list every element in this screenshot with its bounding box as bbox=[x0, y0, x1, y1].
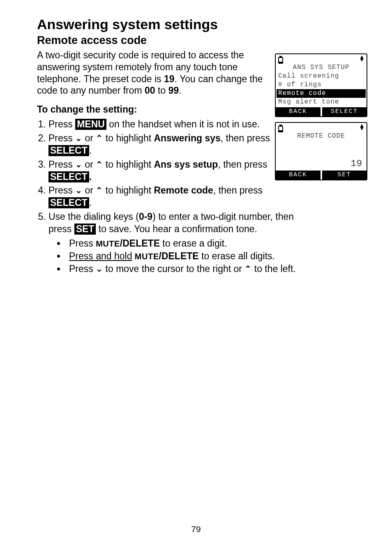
step-4: Press ⌄ or ⌃ to highlight Remote code, t… bbox=[48, 185, 303, 209]
select-button-label: SELECT bbox=[48, 145, 89, 156]
lcd-title: REMOTE CODE bbox=[277, 132, 365, 141]
softkey-set: SET bbox=[321, 171, 367, 180]
softkey-select: SELECT bbox=[321, 107, 367, 116]
up-down-arrow-icon: ▲▼ bbox=[360, 56, 364, 62]
min-code: 00 bbox=[145, 85, 155, 96]
answering-sys-label: Answering sys bbox=[154, 133, 220, 143]
lcd-screen-remote-code: ▲▼ REMOTE CODE 19 BACK SET bbox=[275, 122, 367, 180]
mute-label: MUTE bbox=[96, 239, 120, 248]
step-3: Press ⌄ or ⌃ to highlight Ans sys setup,… bbox=[48, 159, 303, 183]
page-number: 79 bbox=[0, 524, 392, 534]
remote-code-label: Remote code bbox=[154, 185, 213, 196]
lcd-line-msg-alert: Msg alert tone bbox=[277, 98, 365, 106]
lcd-line-num-rings: # of rings bbox=[277, 81, 365, 89]
select-button-label: SELECT bbox=[48, 171, 89, 182]
substeps-list: Press MUTE/DELETE to erase a digit. Pres… bbox=[48, 237, 303, 275]
intro-paragraph: A two-digit security code is required to… bbox=[37, 49, 267, 97]
press-and-hold: Press and hold bbox=[69, 251, 132, 261]
lcd-screen-ans-sys-setup: ▲▼ ANS SYS SETUP Call screening # of rin… bbox=[275, 53, 367, 117]
up-down-arrow-icon: ▲▼ bbox=[360, 125, 364, 130]
step-1: Press MENU on the handset when it is not… bbox=[48, 118, 303, 131]
lcd-value-19: 19 bbox=[277, 157, 365, 170]
set-button-label: SET bbox=[74, 224, 96, 235]
substep-2: Press and hold MUTE/DELETE to erase all … bbox=[66, 250, 303, 263]
battery-icon bbox=[278, 56, 284, 64]
mute-label: MUTE bbox=[135, 252, 159, 261]
lcd-title: ANS SYS SETUP bbox=[277, 63, 365, 72]
battery-icon bbox=[278, 125, 284, 133]
key-range: 0-9 bbox=[139, 211, 152, 222]
substep-3: Press ⌄ to move the cursor to the right … bbox=[66, 263, 303, 275]
lcd-line-call-screening: Call screening bbox=[277, 72, 365, 81]
select-button-label: SELECT bbox=[48, 197, 89, 208]
substep-1: Press MUTE/DELETE to erase a digit. bbox=[66, 237, 303, 250]
lcd-line-remote-code: Remote code bbox=[277, 89, 366, 98]
page-heading: Answering system settings bbox=[37, 16, 367, 32]
steps-list: Press MENU on the handset when it is not… bbox=[37, 118, 303, 275]
delete-label: /DELETE bbox=[120, 238, 160, 249]
delete-label: /DELETE bbox=[159, 251, 199, 261]
preset-code: 19 bbox=[164, 74, 175, 84]
ans-sys-setup-label: Ans sys setup bbox=[154, 159, 218, 170]
softkey-back: BACK bbox=[276, 107, 321, 116]
softkey-back: BACK bbox=[276, 171, 321, 180]
step-2: Press ⌄ or ⌃ to highlight Answering sys,… bbox=[48, 132, 303, 157]
max-code: 99 bbox=[168, 85, 179, 96]
menu-button-label: MENU bbox=[75, 119, 106, 130]
section-heading: Remote access code bbox=[37, 34, 367, 47]
step-5: Use the dialing keys (0-9) to enter a tw… bbox=[48, 211, 303, 275]
